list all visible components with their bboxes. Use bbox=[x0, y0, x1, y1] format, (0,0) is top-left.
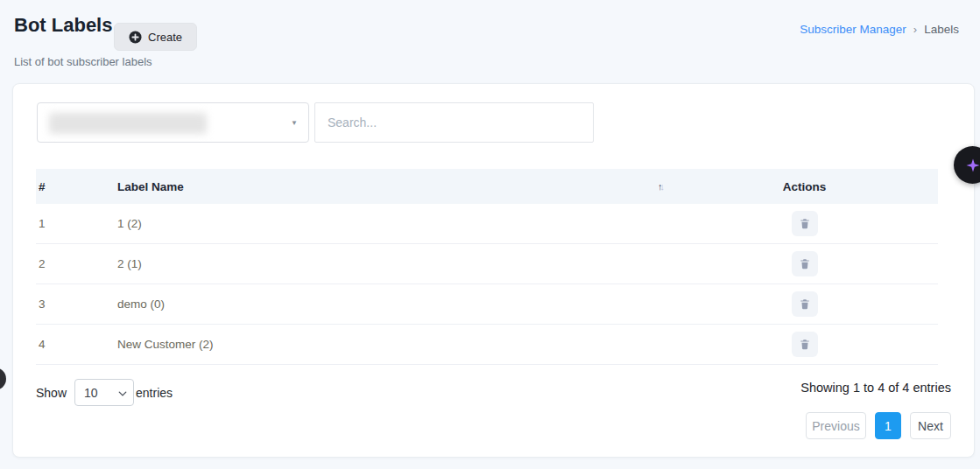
entries-label: entries bbox=[136, 386, 173, 400]
next-page-button[interactable]: Next bbox=[910, 412, 951, 439]
delete-button[interactable] bbox=[792, 211, 818, 236]
breadcrumb-link-subscriber-manager[interactable]: Subscriber Manager bbox=[800, 23, 906, 36]
row-label: New Customer (2) bbox=[117, 338, 671, 351]
previous-page-button[interactable]: Previous bbox=[806, 412, 866, 439]
page-size-select[interactable]: 10 bbox=[74, 379, 134, 406]
trash-icon bbox=[799, 298, 811, 311]
create-button-label: Create bbox=[148, 31, 182, 44]
page-title: Bot Labels bbox=[14, 14, 112, 37]
page-size-control: Show 10 entries bbox=[36, 379, 173, 406]
row-index: 2 bbox=[36, 257, 117, 270]
row-label: demo (0) bbox=[117, 298, 671, 311]
trash-icon bbox=[799, 257, 811, 270]
bot-selector-redacted-value bbox=[49, 113, 207, 134]
table-row: 1 1 (2) bbox=[36, 204, 938, 244]
row-label: 2 (1) bbox=[117, 257, 671, 270]
current-page-button[interactable]: 1 bbox=[875, 412, 901, 439]
sort-icon[interactable]: ↑↓ bbox=[658, 181, 662, 192]
trash-icon bbox=[799, 338, 811, 351]
search-input[interactable] bbox=[314, 102, 594, 143]
labels-table: # Label Name ↑↓ Actions 1 1 (2) 2 2 (1) … bbox=[36, 169, 938, 365]
page-subtitle: List of bot subscriber labels bbox=[14, 55, 152, 68]
trash-icon bbox=[799, 217, 811, 230]
table-row: 3 demo (0) bbox=[36, 284, 938, 325]
row-index: 1 bbox=[36, 217, 117, 230]
sort-desc-icon: ↓ bbox=[660, 181, 663, 192]
dropdown-arrow-icon: ▼ bbox=[291, 119, 298, 127]
table-row: 2 2 (1) bbox=[36, 244, 938, 284]
row-index: 3 bbox=[36, 298, 117, 311]
table-header-row: # Label Name ↑↓ Actions bbox=[36, 169, 938, 204]
delete-button[interactable] bbox=[792, 291, 818, 317]
create-button[interactable]: Create bbox=[114, 23, 197, 51]
row-index: 4 bbox=[36, 338, 117, 351]
breadcrumb-current: Labels bbox=[924, 23, 959, 36]
sparkle-icon bbox=[964, 157, 980, 174]
column-header-index: # bbox=[36, 180, 117, 193]
labels-card: ▼ # Label Name ↑↓ Actions 1 1 (2) 2 2 (1… bbox=[12, 83, 975, 458]
plus-circle-icon bbox=[129, 31, 142, 44]
delete-button[interactable] bbox=[792, 251, 818, 276]
table-row: 4 New Customer (2) bbox=[36, 325, 938, 365]
show-label: Show bbox=[36, 386, 67, 400]
breadcrumb: Subscriber Manager › Labels bbox=[800, 23, 959, 36]
bot-selector-dropdown[interactable]: ▼ bbox=[37, 102, 309, 143]
row-label: 1 (2) bbox=[117, 217, 671, 230]
delete-button[interactable] bbox=[792, 332, 818, 357]
pagination: Previous 1 Next bbox=[806, 412, 951, 439]
bot-labels-page: Bot Labels Create List of bot subscriber… bbox=[0, 0, 980, 469]
column-header-actions: Actions bbox=[671, 180, 938, 193]
left-edge-fab[interactable] bbox=[0, 368, 6, 390]
column-header-label[interactable]: Label Name ↑↓ bbox=[117, 180, 671, 193]
breadcrumb-separator-icon: › bbox=[913, 23, 917, 36]
entries-summary: Showing 1 to 4 of 4 entries bbox=[800, 381, 951, 395]
